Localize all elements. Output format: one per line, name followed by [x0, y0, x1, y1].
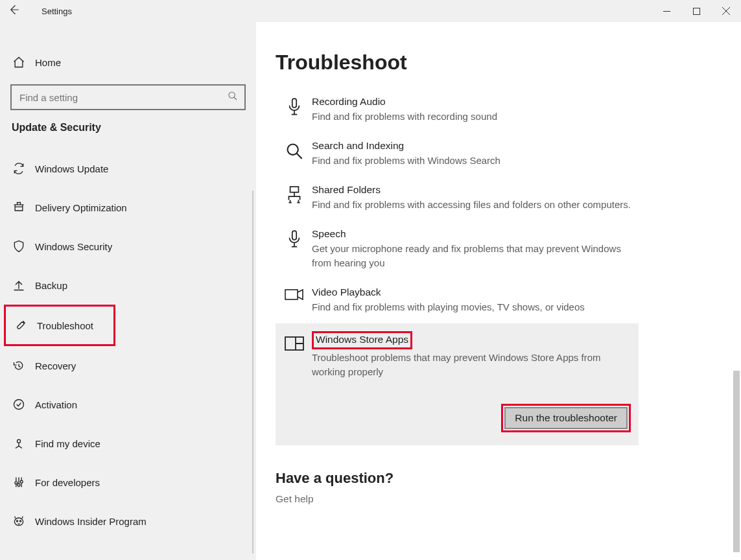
title-bar: Settings: [0, 0, 741, 22]
section-heading: Update & Security: [0, 122, 256, 149]
sidebar-item-label: Recovery: [35, 360, 76, 371]
sidebar-item-activation[interactable]: Activation: [0, 385, 256, 424]
svg-rect-12: [290, 187, 299, 192]
sidebar-item-recovery[interactable]: Recovery: [0, 346, 256, 385]
shield-icon: [12, 239, 26, 253]
ts-title: Search and Indexing: [312, 139, 633, 152]
sidebar-item-backup[interactable]: Backup: [0, 266, 256, 305]
sidebar-item-label: Delivery Optimization: [35, 202, 127, 213]
ts-desc: Find and fix problems with accessing fil…: [312, 198, 633, 212]
ts-shared-folders[interactable]: Shared Folders Find and fix problems wit…: [276, 177, 639, 221]
ts-title: Recording Audio: [312, 95, 633, 108]
sidebar-scrollbar[interactable]: [252, 191, 253, 554]
ts-windows-store-apps[interactable]: Windows Store Apps Troubleshoot problems…: [276, 323, 639, 445]
microphone-icon: [281, 228, 308, 270]
get-help-link[interactable]: Get help: [276, 493, 735, 505]
shared-folder-icon: [281, 183, 308, 212]
sidebar-item-delivery-optimization[interactable]: Delivery Optimization: [0, 188, 256, 227]
apps-icon: [281, 334, 308, 432]
page-title: Troubleshoot: [276, 51, 735, 75]
svg-point-6: [20, 480, 23, 483]
troubleshooter-list: Recording Audio Find and fix problems wi…: [276, 89, 639, 445]
ts-title: Video Playback: [312, 286, 633, 299]
svg-point-4: [15, 482, 18, 484]
svg-rect-13: [292, 231, 296, 240]
search-box[interactable]: [10, 84, 246, 110]
ts-speech[interactable]: Speech Get your microphone ready and fix…: [276, 221, 639, 279]
ts-desc: Troubleshoot problems that may prevent W…: [312, 351, 633, 379]
run-troubleshooter-highlight: Run the troubleshooter: [501, 404, 631, 432]
wrench-icon: [14, 318, 28, 332]
main-content: Troubleshoot Recording Audio Find and fi…: [256, 22, 741, 560]
svg-rect-10: [292, 99, 296, 108]
have-a-question-heading: Have a question?: [276, 470, 735, 487]
svg-point-2: [14, 400, 24, 410]
home-link[interactable]: Home: [0, 47, 256, 78]
svg-point-9: [19, 520, 21, 522]
activation-icon: [12, 397, 26, 412]
search-icon: [281, 139, 308, 168]
maximize-button[interactable]: [681, 0, 711, 22]
ts-desc: Get your microphone ready and fix proble…: [312, 242, 633, 270]
sidebar-item-windows-security[interactable]: Windows Security: [0, 227, 256, 266]
sync-icon: [12, 161, 26, 176]
svg-rect-0: [693, 8, 700, 14]
ts-title: Speech: [312, 228, 633, 240]
sidebar-item-label: Troubleshoot: [37, 320, 93, 331]
svg-rect-14: [285, 290, 298, 299]
backup-icon: [12, 278, 26, 292]
sidebar-item-label: Find my device: [35, 438, 100, 449]
search-icon: [228, 91, 238, 104]
minimize-button[interactable]: [652, 0, 681, 22]
ts-video-playback[interactable]: Video Playback Find and fix problems wit…: [276, 279, 639, 323]
ts-desc: Find and fix problems with Windows Searc…: [312, 154, 633, 168]
delivery-icon: [12, 200, 26, 215]
sidebar-item-troubleshoot[interactable]: Troubleshoot: [4, 305, 115, 346]
run-troubleshooter-button[interactable]: Run the troubleshooter: [504, 407, 628, 429]
search-input[interactable]: [18, 91, 228, 104]
main-scrollbar[interactable]: [733, 371, 740, 552]
ts-recording-audio[interactable]: Recording Audio Find and fix problems wi…: [276, 89, 639, 133]
svg-point-1: [229, 92, 235, 98]
video-icon: [281, 286, 308, 314]
sidebar-item-label: For developers: [35, 477, 100, 488]
sidebar-item-label: Windows Insider Program: [35, 516, 147, 527]
sidebar-item-label: Backup: [35, 280, 67, 291]
sidebar-item-insider[interactable]: Windows Insider Program: [0, 502, 256, 541]
svg-point-3: [18, 439, 21, 443]
sidebar: Home Update & Security Windows Update De…: [0, 22, 256, 560]
insider-icon: [12, 514, 26, 528]
window-title: Settings: [29, 6, 72, 16]
window-controls: [652, 0, 741, 22]
recovery-icon: [12, 358, 26, 373]
svg-point-5: [18, 484, 20, 486]
svg-point-8: [16, 520, 18, 522]
microphone-icon: [281, 95, 308, 124]
sidebar-item-label: Windows Update: [35, 163, 108, 174]
sidebar-item-windows-update[interactable]: Windows Update: [0, 149, 256, 188]
sidebar-item-find-my-device[interactable]: Find my device: [0, 424, 256, 463]
developer-icon: [12, 475, 26, 489]
home-icon: [12, 55, 26, 69]
ts-desc: Find and fix problems with recording sou…: [312, 110, 633, 124]
home-label: Home: [35, 57, 61, 68]
ts-title: Shared Folders: [312, 183, 633, 196]
sidebar-item-label: Activation: [35, 399, 77, 410]
close-button[interactable]: [711, 0, 741, 22]
svg-point-11: [288, 145, 298, 155]
find-device-icon: [12, 436, 26, 450]
ts-search-indexing[interactable]: Search and Indexing Find and fix problem…: [276, 133, 639, 177]
back-button[interactable]: [0, 4, 29, 19]
ts-title: Windows Store Apps: [316, 334, 408, 345]
sidebar-item-label: Windows Security: [35, 241, 112, 252]
sidebar-item-for-developers[interactable]: For developers: [0, 463, 256, 502]
ts-desc: Find and fix problems with playing movie…: [312, 300, 633, 314]
